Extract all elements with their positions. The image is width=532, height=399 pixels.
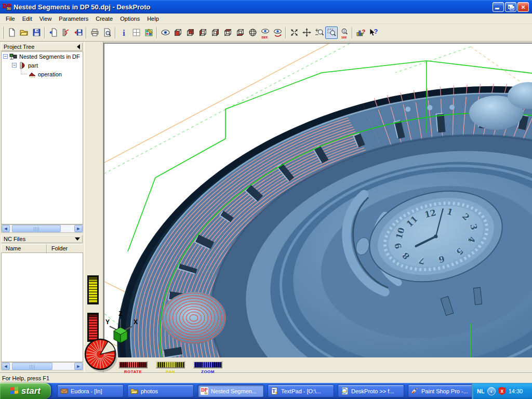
scroll-left-icon[interactable]: ◄ bbox=[2, 225, 10, 232]
tree-horizontal-scrollbar[interactable]: ◄ ► bbox=[1, 224, 83, 233]
rotate-slider[interactable] bbox=[118, 361, 148, 368]
calculate-toolpaths-icon bbox=[61, 28, 70, 37]
nc-files-header[interactable]: NC Files bbox=[1, 235, 83, 243]
taskbar-button-photos[interactable]: photos bbox=[127, 384, 194, 397]
operation-icon bbox=[28, 71, 36, 78]
view-perspective-button[interactable] bbox=[246, 26, 259, 39]
tree-expand-icon[interactable]: − bbox=[12, 63, 17, 68]
security-shield-icon[interactable]: x bbox=[498, 387, 506, 395]
view-shaded-button[interactable] bbox=[159, 26, 171, 39]
nc-files-list[interactable] bbox=[1, 253, 83, 362]
toolbar-separator bbox=[156, 27, 157, 38]
tree-item-project[interactable]: − Nested Segments in DF bbox=[2, 52, 83, 61]
new-file-button[interactable] bbox=[5, 26, 18, 39]
toolbar-separator bbox=[44, 27, 45, 38]
toolbar-grip[interactable] bbox=[2, 26, 4, 39]
tree-item-part[interactable]: − part bbox=[2, 61, 83, 70]
nc-files-horizontal-scrollbar[interactable]: ◄ ► bbox=[1, 362, 83, 370]
taskbar-button-textpad[interactable]: T TextPad - [O:\... bbox=[268, 384, 334, 397]
four-views-button[interactable] bbox=[130, 26, 142, 39]
svg-text:?: ? bbox=[362, 28, 365, 35]
axis-label-y: Y bbox=[105, 318, 110, 326]
view-right-button[interactable] bbox=[209, 26, 221, 39]
view-top-button[interactable] bbox=[221, 26, 234, 39]
pan-slider[interactable] bbox=[156, 361, 185, 368]
view-rotate-eye-button[interactable] bbox=[271, 26, 284, 39]
project-tree-title: Project Tree bbox=[4, 44, 34, 50]
toolbar-separator bbox=[285, 27, 286, 38]
menu-parameters[interactable]: Parameters bbox=[55, 15, 92, 23]
scrollbar-thumb[interactable] bbox=[12, 363, 52, 370]
info-icon: i bbox=[119, 28, 128, 37]
left-panel: Project Tree − Nested Segments in DF − p… bbox=[0, 42, 84, 373]
project-tree-header[interactable]: Project Tree bbox=[1, 43, 83, 51]
minimize-button[interactable] bbox=[493, 2, 504, 12]
column-name[interactable]: Name bbox=[1, 244, 47, 252]
view-default-button[interactable]: DEF. bbox=[259, 26, 271, 39]
pan-view-button[interactable] bbox=[300, 26, 313, 39]
tree-connector bbox=[21, 65, 27, 74]
view-bottom-button[interactable] bbox=[234, 26, 246, 39]
tree-item-operation[interactable]: operation bbox=[2, 70, 83, 78]
svg-text:?: ? bbox=[374, 28, 378, 35]
menu-options[interactable]: Options bbox=[116, 15, 143, 23]
view-back-button[interactable] bbox=[184, 26, 196, 39]
new-part-button[interactable] bbox=[47, 26, 59, 39]
render-simulation-button[interactable] bbox=[142, 26, 155, 39]
sphere-icon bbox=[248, 28, 257, 37]
language-indicator[interactable]: NL bbox=[477, 388, 485, 394]
scroll-left-icon[interactable]: ◄ bbox=[2, 363, 10, 370]
new-part-icon bbox=[49, 28, 58, 37]
view-front-button[interactable] bbox=[171, 26, 184, 39]
context-help-button[interactable]: ? bbox=[367, 26, 379, 39]
speed-pie-gauge bbox=[83, 337, 118, 373]
scrollbar-track[interactable] bbox=[10, 225, 74, 232]
system-tray: NL ‹ x 14:30 bbox=[472, 383, 532, 399]
rotate-view-button[interactable] bbox=[288, 26, 300, 39]
save-file-button[interactable] bbox=[30, 26, 43, 39]
toolbar-separator bbox=[352, 27, 353, 38]
menu-edit[interactable]: Edit bbox=[19, 15, 36, 23]
view-left-button[interactable] bbox=[196, 26, 209, 39]
scrollbar-track[interactable] bbox=[10, 363, 74, 370]
hide-icons-chevron[interactable]: ‹ bbox=[487, 387, 496, 395]
menu-view[interactable]: View bbox=[36, 15, 56, 23]
taskbar-button-eudora[interactable]: Eudora - [In] bbox=[57, 384, 124, 397]
info-button[interactable]: i bbox=[117, 26, 130, 39]
write-nc-file-button[interactable] bbox=[72, 26, 84, 39]
cube-right-icon bbox=[211, 28, 220, 37]
restore-button[interactable] bbox=[505, 2, 516, 12]
taskbar-button-ie-deskproto[interactable]: DeskProto >> f... bbox=[338, 384, 404, 397]
dropdown-icon[interactable] bbox=[75, 237, 80, 241]
title-bar: DP 50 Nested Segments in DP 50.dpj - Des… bbox=[0, 0, 532, 14]
taskbar-button-paintshop[interactable]: Paint Shop Pro -... bbox=[408, 384, 474, 397]
statistics-button[interactable]: ? bbox=[354, 26, 367, 39]
rotate-slider-label: ROTATE bbox=[117, 369, 149, 374]
zoom-window-button[interactable] bbox=[325, 26, 338, 39]
zoom-in-out-button[interactable] bbox=[313, 26, 325, 39]
print-button[interactable] bbox=[88, 26, 101, 39]
viewport-3d[interactable]: 121211223344556677889910101111ZYX bbox=[103, 43, 532, 357]
scrollbar-thumb[interactable] bbox=[12, 225, 61, 232]
open-file-button[interactable] bbox=[18, 26, 30, 39]
scroll-right-icon[interactable]: ► bbox=[74, 363, 83, 370]
column-folder[interactable]: Folder bbox=[47, 244, 83, 252]
collapse-panel-icon[interactable] bbox=[77, 44, 80, 49]
start-button[interactable]: start bbox=[0, 383, 51, 399]
tree-expand-icon[interactable]: − bbox=[3, 54, 8, 59]
taskbar-button-deskproto-active[interactable]: DP50 Nested Segmen... bbox=[197, 384, 264, 397]
cube-back-icon bbox=[186, 28, 195, 37]
open-file-icon bbox=[20, 28, 29, 37]
close-button[interactable]: × bbox=[517, 2, 529, 12]
zoom-100-button[interactable]: Q100 bbox=[338, 26, 350, 39]
zoom-slider[interactable] bbox=[193, 361, 222, 368]
print-preview-button[interactable] bbox=[101, 26, 113, 39]
menu-file[interactable]: File bbox=[2, 15, 19, 23]
scroll-right-icon[interactable]: ► bbox=[74, 225, 83, 232]
window-title: Nested Segments in DP 50.dpj - DeskProto bbox=[14, 3, 493, 11]
menu-create[interactable]: Create bbox=[92, 15, 116, 23]
taskbar: start Eudora - [In] photos DP50 Nested S… bbox=[0, 383, 532, 399]
paint-shop-pro-icon bbox=[411, 387, 419, 395]
calculate-toolpaths-button[interactable] bbox=[59, 26, 72, 39]
menu-help[interactable]: Help bbox=[143, 15, 163, 23]
